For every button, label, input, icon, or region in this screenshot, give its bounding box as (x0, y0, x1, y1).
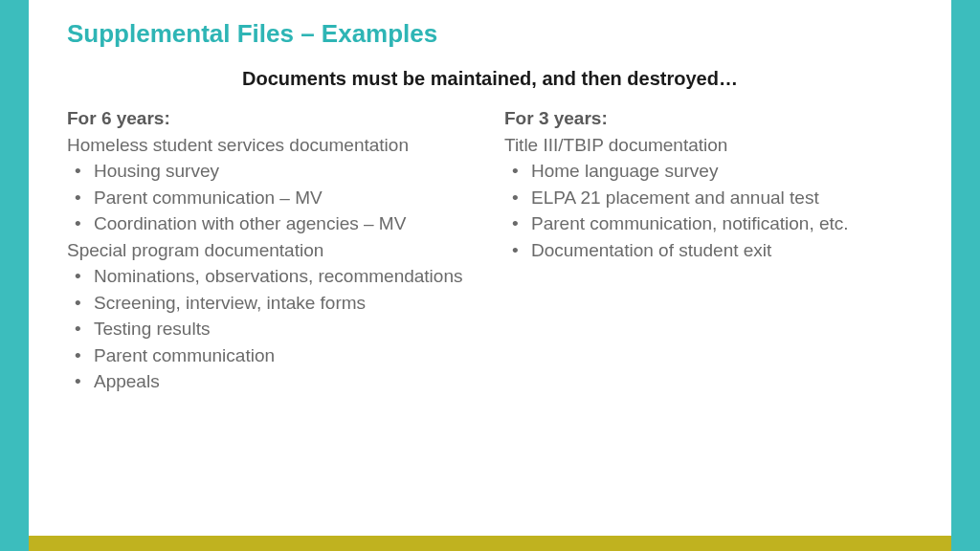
slide-content: Supplemental Files – Examples Documents … (29, 0, 951, 551)
list-item: Parent communication (67, 342, 476, 369)
list-item: Testing results (67, 316, 476, 342)
list-item: Home language survey (504, 158, 913, 185)
list-item: Coordination with other agencies – MV (67, 210, 476, 237)
list-item: Parent communication – MV (67, 185, 476, 211)
list-item: Housing survey (67, 158, 476, 185)
right-group1-heading: Title III/TBIP documentation (504, 132, 913, 159)
content-columns: For 6 years: Homeless student services d… (67, 105, 913, 395)
slide-title: Supplemental Files – Examples (67, 19, 913, 49)
bottom-accent-bar (29, 536, 951, 551)
list-item: Appeals (67, 368, 476, 395)
right-column: For 3 years: Title III/TBIP documentatio… (504, 105, 913, 395)
list-item: Screening, interview, intake forms (67, 290, 476, 317)
list-item: Parent communication, notification, etc. (504, 210, 913, 237)
left-column: For 6 years: Homeless student services d… (67, 105, 476, 395)
left-group1-list: Housing survey Parent communication – MV… (67, 158, 476, 237)
list-item: ELPA 21 placement and annual test (504, 185, 913, 211)
left-group1-heading: Homeless student services documentation (67, 132, 476, 159)
list-item: Documentation of student exit (504, 237, 913, 264)
left-group2-heading: Special program documentation (67, 237, 476, 264)
slide-subtitle: Documents must be maintained, and then d… (67, 68, 913, 90)
left-header: For 6 years: (67, 105, 476, 132)
right-group1-list: Home language survey ELPA 21 placement a… (504, 158, 913, 263)
list-item: Nominations, observations, recommendatio… (67, 263, 476, 290)
left-group2-list: Nominations, observations, recommendatio… (67, 263, 476, 395)
right-header: For 3 years: (504, 105, 913, 132)
